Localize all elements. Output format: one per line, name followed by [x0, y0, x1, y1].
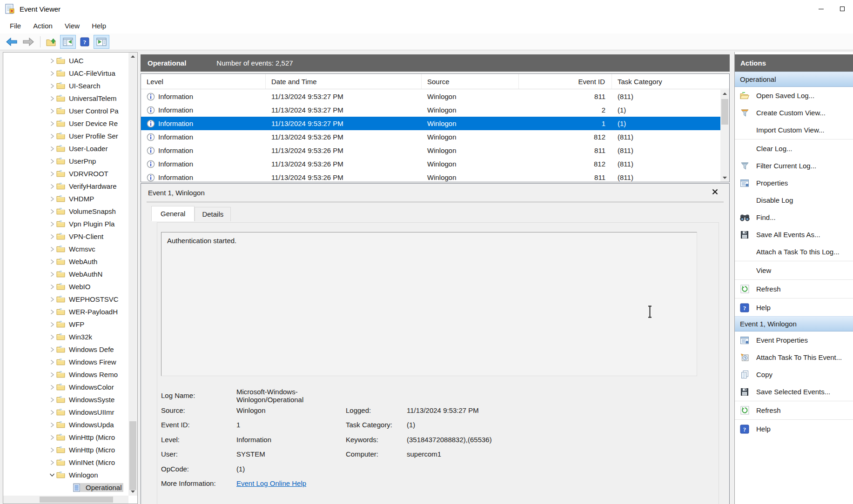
chevron-right-icon[interactable] — [48, 246, 56, 252]
column-header-date-and-time[interactable]: Date and Time — [266, 74, 422, 89]
tree-item-ui-search[interactable]: UI-Search — [3, 80, 128, 92]
action-clear-log-[interactable]: Clear Log... — [735, 140, 853, 157]
tree-item-volumesnapsh[interactable]: VolumeSnapsh — [3, 205, 128, 218]
tree-item-user-control-pa[interactable]: User Control Pa — [3, 105, 128, 117]
chevron-right-icon[interactable] — [48, 184, 56, 189]
scroll-up-icon[interactable] — [128, 53, 137, 60]
scroll-down-icon[interactable] — [128, 488, 137, 496]
action-find-[interactable]: Find... — [735, 209, 853, 226]
chevron-right-icon[interactable] — [48, 397, 56, 403]
chevron-right-icon[interactable] — [48, 460, 56, 465]
chevron-right-icon[interactable] — [48, 58, 56, 64]
table-row[interactable]: Information11/13/2024 9:53:26 PMWinlogon… — [141, 157, 720, 171]
tree-scrollbar-thumb[interactable] — [129, 421, 136, 490]
action-help[interactable]: ?Help — [735, 299, 853, 316]
chevron-right-icon[interactable] — [48, 297, 56, 302]
chevron-right-icon[interactable] — [48, 159, 56, 164]
show-action-pane-button[interactable] — [94, 35, 109, 49]
maximize-button[interactable] — [832, 0, 853, 18]
chevron-right-icon[interactable] — [48, 71, 56, 76]
help-button[interactable]: ? — [77, 35, 93, 49]
action-create-custom-view-[interactable]: Create Custom View... — [735, 104, 853, 121]
chevron-right-icon[interactable] — [48, 272, 56, 277]
tab-details[interactable]: Details — [195, 207, 231, 221]
action-open-saved-log-[interactable]: Open Saved Log... — [735, 87, 853, 104]
chevron-right-icon[interactable] — [48, 334, 56, 340]
tree-item-user-device-re[interactable]: User Device Re — [3, 117, 128, 130]
tree-item-windows-defe[interactable]: Windows Defe — [3, 343, 128, 356]
tree-item-vpn-plugin-pla[interactable]: Vpn Plugin Pla — [3, 218, 128, 230]
action-attach-task-to-this-event-[interactable]: Attach Task To This Event... — [735, 349, 853, 366]
menu-file[interactable]: File — [4, 19, 27, 33]
chevron-right-icon[interactable] — [48, 209, 56, 214]
tree-hscrollbar-thumb[interactable] — [40, 497, 113, 503]
chevron-right-icon[interactable] — [48, 108, 56, 114]
tree-item-windowsuiimr[interactable]: WindowsUIImr — [3, 406, 128, 418]
tree-item-winhttp-micro[interactable]: WinHttp (Micro — [3, 444, 128, 456]
tree-item-wininet-micro[interactable]: WinINet (Micro — [3, 456, 128, 469]
chevron-right-icon[interactable] — [48, 410, 56, 415]
tree-item-user-profile-ser[interactable]: User Profile Ser — [3, 130, 128, 142]
tree-item-user-loader[interactable]: User-Loader — [3, 142, 128, 155]
table-row[interactable]: Information11/13/2024 9:53:27 PMWinlogon… — [141, 103, 720, 117]
menu-view[interactable]: View — [59, 19, 86, 33]
table-row[interactable]: Information11/13/2024 9:53:26 PMWinlogon… — [141, 144, 720, 157]
column-header-task-category[interactable]: Task Category — [612, 74, 729, 89]
action-save-selected-events-[interactable]: Save Selected Events... — [735, 383, 853, 400]
chevron-right-icon[interactable] — [48, 196, 56, 202]
action-attach-a-task-to-this-log-[interactable]: Attach a Task To this Log... — [735, 243, 853, 260]
chevron-right-icon[interactable] — [48, 284, 56, 290]
column-header-event-id[interactable]: Event ID — [519, 74, 612, 89]
tab-general[interactable]: General — [151, 206, 195, 221]
chevron-right-icon[interactable] — [48, 422, 56, 428]
tree-item-windows-remo[interactable]: Windows Remo — [3, 368, 128, 381]
menu-help[interactable]: Help — [86, 19, 112, 33]
column-header-source[interactable]: Source — [422, 74, 519, 89]
tree-horizontal-scrollbar[interactable] — [3, 496, 128, 504]
chevron-right-icon[interactable] — [48, 83, 56, 89]
back-button[interactable] — [4, 35, 20, 49]
tree-item-wcmsvc[interactable]: Wcmsvc — [3, 243, 128, 255]
event-log-online-help-link[interactable]: Event Log Online Help — [236, 479, 346, 487]
tree-item-wer-payloadh[interactable]: WER-PayloadH — [3, 305, 128, 318]
tree-item-windowssyste[interactable]: WindowsSyste — [3, 393, 128, 406]
tree-vertical-scrollbar[interactable] — [128, 53, 137, 496]
tree-item-vpn-client[interactable]: VPN-Client — [3, 230, 128, 243]
chevron-right-icon[interactable] — [48, 96, 56, 101]
chevron-right-icon[interactable] — [48, 259, 56, 265]
tree-item-vdrvroot[interactable]: VDRVROOT — [3, 167, 128, 180]
table-row[interactable]: Information11/13/2024 9:53:27 PMWinlogon… — [141, 117, 720, 130]
action-disable-log[interactable]: Disable Log — [735, 192, 853, 209]
tree-item-windowscolor[interactable]: WindowsColor — [3, 381, 128, 393]
tree-item-win32k[interactable]: Win32k — [3, 331, 128, 343]
actions-group-header[interactable]: Event 1, Winlogon — [735, 316, 853, 332]
chevron-right-icon[interactable] — [48, 385, 56, 390]
tree-item-wfp[interactable]: WFP — [3, 318, 128, 331]
tree-item-wephostsvc[interactable]: WEPHOSTSVC — [3, 293, 128, 305]
action-help[interactable]: ?Help — [735, 420, 853, 438]
tree-item-verifyhardware[interactable]: VerifyHardware — [3, 180, 128, 192]
action-refresh[interactable]: Refresh — [735, 280, 853, 298]
chevron-right-icon[interactable] — [48, 359, 56, 365]
chevron-right-icon[interactable] — [48, 372, 56, 378]
scroll-down-icon[interactable] — [720, 174, 729, 182]
action-save-all-events-as-[interactable]: Save All Events As... — [735, 226, 853, 243]
tree-item-universaltelem[interactable]: UniversalTelem — [3, 92, 128, 105]
event-description-box[interactable]: Authentication started. — [161, 232, 697, 376]
action-refresh[interactable]: Refresh — [735, 402, 853, 419]
tree-item-userpnp[interactable]: UserPnp — [3, 155, 128, 167]
menu-action[interactable]: Action — [27, 19, 59, 33]
table-row[interactable]: Information11/13/2024 9:53:27 PMWinlogon… — [141, 90, 720, 103]
chevron-right-icon[interactable] — [48, 171, 56, 177]
action-event-properties[interactable]: Event Properties — [735, 332, 853, 349]
action-properties[interactable]: Properties — [735, 174, 853, 192]
actions-group-header[interactable]: Operational — [735, 72, 853, 87]
tree-item-winlogon[interactable]: Winlogon — [3, 469, 128, 481]
chevron-right-icon[interactable] — [48, 146, 56, 152]
tree-item-webio[interactable]: WebIO — [3, 280, 128, 293]
chevron-right-icon[interactable] — [48, 234, 56, 239]
chevron-down-icon[interactable] — [48, 473, 56, 477]
action-view[interactable]: View — [735, 262, 853, 279]
action-filter-current-log-[interactable]: Filter Current Log... — [735, 157, 853, 174]
export-button[interactable] — [43, 35, 59, 49]
